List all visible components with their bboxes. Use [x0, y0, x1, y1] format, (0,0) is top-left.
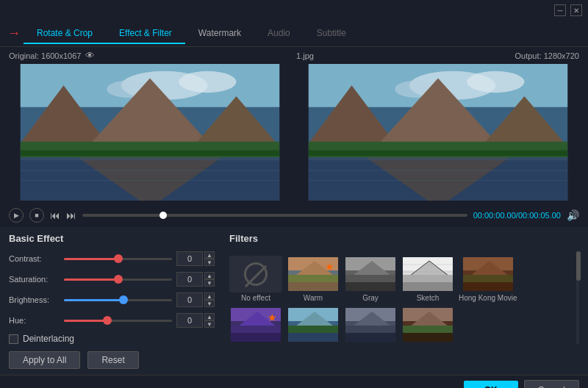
svg-rect-75	[403, 333, 454, 343]
svg-rect-40	[345, 282, 397, 292]
svg-rect-12	[21, 157, 279, 160]
filter-hk-thumb	[462, 256, 514, 292]
tab-effect-filter[interactable]: Effect & Filter	[106, 24, 185, 44]
filter-f4[interactable]	[401, 306, 454, 345]
no-effect-thumb	[229, 256, 282, 292]
svg-rect-63	[288, 326, 340, 333]
contrast-label: Contrast:	[9, 254, 64, 263]
action-buttons: Apply to All Reset	[9, 351, 215, 369]
eye-icon[interactable]: 👁	[85, 50, 95, 61]
svg-rect-53	[463, 257, 514, 292]
tab-audio[interactable]: Audio	[254, 24, 304, 44]
progress-thumb[interactable]	[159, 212, 167, 219]
contrast-up[interactable]: ▲	[204, 251, 215, 259]
filter-f2-thumb	[287, 306, 340, 343]
saturation-slider[interactable]	[64, 274, 172, 284]
hue-slider[interactable]	[64, 315, 172, 326]
volume-icon[interactable]: 🔊	[567, 209, 579, 221]
output-preview	[295, 64, 581, 201]
brightness-spinner[interactable]: ▲ ▼	[204, 292, 215, 307]
contrast-down[interactable]: ▼	[204, 259, 215, 266]
close-button[interactable]: ✕	[570, 4, 582, 16]
basic-effect-panel: Basic Effect Contrast: 0 ▲ ▼ Saturation:	[9, 233, 215, 369]
stop-button[interactable]: ■	[29, 208, 44, 223]
filter-f4-thumb	[401, 306, 454, 343]
no-effect-icon	[244, 262, 268, 286]
apply-to-all-button[interactable]: Apply to All	[9, 351, 80, 369]
brightness-up[interactable]: ▲	[204, 292, 215, 300]
brightness-row: Brightness: 0 ▲ ▼	[9, 292, 215, 307]
filters-scrollbar-thumb[interactable]	[576, 251, 581, 281]
filters-scrollbar[interactable]	[576, 251, 579, 345]
progress-bar[interactable]	[82, 214, 467, 217]
original-preview	[7, 64, 293, 201]
minimize-button[interactable]: ─	[554, 4, 566, 16]
filter-sketch-thumb	[401, 256, 454, 292]
deinterlacing-checkbox[interactable]	[9, 334, 18, 344]
brightness-slider[interactable]	[64, 295, 172, 305]
saturation-spinner[interactable]: ▲ ▼	[204, 272, 215, 287]
cancel-button[interactable]: Cancel	[524, 380, 579, 388]
info-row: Original: 1600x1067 👁 1.jpg Output: 1280…	[0, 47, 588, 64]
filters-title: Filters	[229, 233, 579, 244]
hue-up[interactable]: ▲	[204, 313, 215, 320]
filter-warm-label: Warm	[304, 294, 323, 302]
tab-watermark[interactable]: Watermark	[185, 24, 254, 44]
tabs-bar: → Rotate & Crop Effect & Filter Watermar…	[0, 21, 588, 47]
saturation-value: 0	[176, 272, 203, 287]
saturation-row: Saturation: 0 ▲ ▼	[9, 272, 215, 287]
purple-star-icon: ★	[268, 312, 277, 323]
filter-gray[interactable]: Gray	[344, 256, 397, 302]
reset-button[interactable]: Reset	[87, 351, 138, 369]
prev-button[interactable]: ⏮	[50, 209, 60, 221]
svg-point-18	[467, 71, 524, 93]
filter-warm[interactable]: ★ Warm	[287, 256, 340, 302]
filter-purple[interactable]: ★	[229, 306, 282, 345]
playback-bar: ▶ ■ ⏮ ⏭ 00:00:00.00/00:00:05.00 🔊	[0, 204, 588, 227]
filters-panel: Filters No effect	[229, 233, 579, 369]
bottom-area: Basic Effect Contrast: 0 ▲ ▼ Saturation:	[0, 227, 588, 375]
saturation-up[interactable]: ▲	[204, 272, 215, 279]
hue-row: Hue: 0 ▲ ▼	[9, 313, 215, 328]
brightness-value: 0	[176, 292, 203, 307]
svg-rect-70	[345, 308, 397, 343]
deinterlacing-row: Deinterlacing	[9, 334, 215, 344]
filter-f2[interactable]	[287, 306, 340, 345]
filters-wrapper: No effect ★	[229, 251, 579, 345]
brightness-down[interactable]: ▼	[204, 300, 215, 307]
saturation-down[interactable]: ▼	[204, 279, 215, 287]
svg-rect-9	[21, 150, 279, 156]
tab-rotate-crop[interactable]: Rotate & Crop	[24, 24, 106, 44]
hue-label: Hue:	[9, 316, 64, 325]
filename-label: 1.jpg	[296, 51, 314, 60]
basic-effect-title: Basic Effect	[9, 233, 215, 244]
tab-subtitle[interactable]: Subtitle	[304, 24, 359, 44]
time-display: 00:00:00.00/00:00:05.00	[473, 211, 561, 220]
svg-rect-39	[345, 275, 397, 282]
contrast-slider[interactable]	[64, 254, 172, 264]
contrast-spinner[interactable]: ▲ ▼	[204, 251, 215, 266]
svg-rect-24	[309, 150, 567, 156]
warm-star-icon: ★	[325, 261, 334, 273]
filters-grid: No effect ★	[229, 256, 573, 345]
output-size-label: Output: 1280x720	[515, 51, 579, 60]
filter-gray-thumb	[344, 256, 397, 292]
filter-no-effect[interactable]: No effect	[229, 256, 282, 302]
bottom-action-bar: → OK Cancel	[0, 375, 588, 388]
filter-no-effect-label: No effect	[241, 294, 270, 302]
filter-f3[interactable]	[344, 306, 397, 345]
svg-point-3	[179, 71, 236, 93]
filter-hk[interactable]: Hong Kong Movie	[459, 256, 517, 302]
filter-sketch[interactable]: Sketch	[401, 256, 454, 302]
hue-spinner[interactable]: ▲ ▼	[204, 313, 215, 328]
svg-rect-74	[403, 326, 454, 333]
filter-f3-thumb	[344, 306, 397, 343]
filter-purple-thumb: ★	[229, 306, 282, 343]
next-button[interactable]: ⏭	[66, 209, 76, 221]
contrast-row: Contrast: 0 ▲ ▼	[9, 251, 215, 266]
play-button[interactable]: ▶	[9, 208, 24, 223]
tab-arrow-indicator: →	[7, 26, 21, 41]
hue-down[interactable]: ▼	[204, 320, 215, 328]
original-size-label: Original: 1600x1067	[9, 51, 81, 60]
deinterlacing-label: Deinterlacing	[23, 334, 74, 344]
